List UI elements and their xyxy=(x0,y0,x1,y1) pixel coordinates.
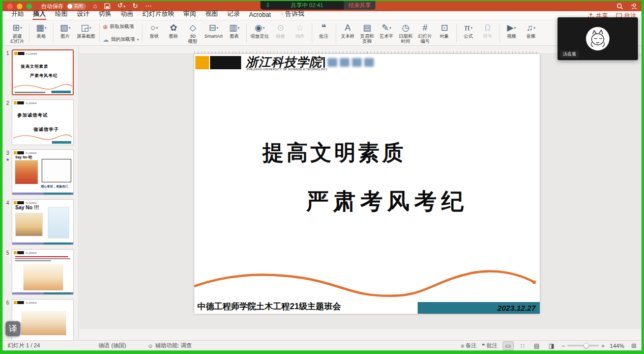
ribbon-button-equation[interactable]: π▾公式 xyxy=(459,22,478,44)
ribbon-button-chart[interactable]: ▥▾图表 xyxy=(225,22,244,44)
symbol-icon: Ω xyxy=(484,23,491,33)
accessibility-status[interactable]: 辅助功能: 调查 xyxy=(155,342,192,349)
zoom-slider[interactable] xyxy=(567,345,599,346)
tab-tellme[interactable]: ♀告诉我 xyxy=(276,10,309,20)
thumbnail-slide-3[interactable]: 3★ 浙江科技学院 Say No 吧 用心考试，考验自己 xyxy=(4,149,75,195)
ribbon-button-smartart[interactable]: ⊟▾SmartArt xyxy=(203,22,224,44)
thumbnail-slide-1[interactable]: 1 浙江科技学院 提高文明素质 严肃考风考纪 xyxy=(4,49,75,95)
ribbon-button-header-footer[interactable]: ▤页眉和 页脚 xyxy=(358,22,376,44)
get-addins-button[interactable]: ⊕获取加载项 xyxy=(103,22,139,32)
ribbon-button-slide-number[interactable]: #幻灯片 编号 xyxy=(416,22,434,44)
tab-label: 插入 xyxy=(33,10,46,17)
zoom-in-button[interactable]: + xyxy=(601,343,604,349)
slide-sorter-view-button[interactable]: ∷ xyxy=(519,342,527,350)
undo-caret-icon[interactable]: ▾ xyxy=(124,5,126,8)
tab-record[interactable]: 记录 xyxy=(223,10,245,20)
share-download-icon[interactable]: ⇩ xyxy=(266,2,270,9)
zoom-level[interactable]: 144% xyxy=(610,343,624,349)
participant-name: 汤嘉晨 xyxy=(560,50,579,58)
minimize-window-button[interactable] xyxy=(17,4,22,9)
slide-number-label: 3★ xyxy=(4,149,12,195)
reading-view-button[interactable]: ▤ xyxy=(532,342,541,350)
ribbon-button-audio[interactable]: ♫▾音频 xyxy=(522,22,540,44)
ribbon-button-label: 幻灯片 编号 xyxy=(418,34,432,44)
ribbon-button-link[interactable]: ⊙链接 xyxy=(272,22,290,44)
thumbnail-card[interactable]: 浙江科技学院 xyxy=(12,249,74,295)
notes-toggle-label: 备注 xyxy=(465,342,477,349)
presenter-icon[interactable] xyxy=(630,3,637,10)
video-participant-overlay[interactable]: 汤嘉晨 xyxy=(558,17,638,60)
slideshow-view-button[interactable]: ◨ xyxy=(547,342,557,350)
tab-slideshow[interactable]: 幻灯片放映 xyxy=(138,10,179,20)
slide-title-line1[interactable]: 提高文明素质 xyxy=(262,139,406,167)
thumbnail-slide-2[interactable]: 2 浙江科技学院 参加诚信考试 做诚信学子 xyxy=(4,99,75,145)
my-addins-button[interactable]: ☁我的加载项▾ xyxy=(103,35,139,45)
ribbon-button-screenshot[interactable]: ◲▾屏幕截图 xyxy=(75,22,97,44)
ribbon-button-shapes[interactable]: ○▾形状 xyxy=(145,22,163,44)
mini-bottom-bar xyxy=(12,193,73,195)
ribbon-button-date-time[interactable]: ◷日期和 时间 xyxy=(397,22,415,44)
thumbnail-card[interactable]: 浙江科技学院 参加诚信考试 做诚信学子 xyxy=(12,99,74,145)
slide-title-line2[interactable]: 严肃考风考纪 xyxy=(306,186,468,216)
ribbon-button-label: 新建 幻灯片 xyxy=(11,34,24,44)
wordart-icon: ✎ xyxy=(382,23,389,33)
slide-number-label: 5 xyxy=(4,249,12,295)
new-slide-icon: ⊞ xyxy=(13,23,20,33)
ribbon-button-symbol[interactable]: Ω符号 xyxy=(479,22,497,44)
normal-view-button[interactable]: ▭ xyxy=(503,341,513,350)
ribbon-button-wordart[interactable]: ✎▾艺术字 xyxy=(377,22,396,44)
accessibility-icon: ☺ xyxy=(148,343,153,349)
ribbon-button-object[interactable]: ⊡对象 xyxy=(435,22,454,44)
tab-home[interactable]: 开始 xyxy=(7,10,28,20)
thumbnail-card[interactable]: 浙江科技学院 Say No 吧 用心考试，考验自己 xyxy=(12,149,74,195)
video-icon: ▶ xyxy=(507,23,514,33)
tab-view[interactable]: 视图 xyxy=(201,10,223,20)
ribbon-button-icons[interactable]: ✿图标 xyxy=(164,22,183,44)
ribbon-group-symbols: π▾公式Ω符号 xyxy=(457,22,500,44)
zoom-window-button[interactable] xyxy=(26,4,32,9)
ribbon-button-label: 缩放定位 xyxy=(251,34,269,39)
dropdown-caret-icon: ▾ xyxy=(217,26,219,30)
tab-review[interactable]: 审阅 xyxy=(179,10,201,20)
ribbon-button-picture[interactable]: ▧▾图片 xyxy=(56,22,74,44)
close-window-button[interactable] xyxy=(7,4,13,9)
thumbnail-card[interactable]: 浙江科技学院 Say No !!! xyxy=(12,199,74,245)
thumbnail-card[interactable]: 浙江科技学院 xyxy=(12,299,74,340)
dropdown-caret-icon: ▾ xyxy=(90,26,92,30)
ribbon-button-new-slide[interactable]: ⊞▾新建 幻灯片 xyxy=(8,22,26,44)
ribbon-button-video[interactable]: ▶▾视频 xyxy=(503,22,521,44)
notes-toggle-button[interactable]: ≡备注 xyxy=(461,342,477,349)
ribbon-button-comment[interactable]: ❝批注 xyxy=(315,22,333,44)
tab-acrobat[interactable]: Acrobat xyxy=(245,11,276,20)
autosave-toggle[interactable]: 关闭 xyxy=(67,3,86,10)
comments-toggle-button[interactable]: ❝批注 xyxy=(482,342,497,349)
ribbon-button-table[interactable]: ▦▾表格 xyxy=(32,22,50,44)
thumbnail-card[interactable]: 浙江科技学院 提高文明素质 严肃考风考纪 xyxy=(12,49,74,95)
fit-to-window-icon[interactable]: ⊞ xyxy=(629,342,638,350)
end-share-button[interactable]: 结束共享 xyxy=(344,1,375,10)
input-method-icon[interactable]: 译 ✎ xyxy=(5,321,21,337)
ribbon-button-zoom[interactable]: ◉▾缩放定位 xyxy=(249,22,271,44)
search-icon[interactable] xyxy=(617,3,623,10)
language-status[interactable]: 德语 (德国) xyxy=(99,342,126,349)
tab-design[interactable]: 设计 xyxy=(72,10,94,20)
slide-canvas[interactable]: 浙江科技学院 ZHEJIANG UNIVERSITY OF SCIENCE & … xyxy=(194,54,540,314)
ribbon-button-label: 图标 xyxy=(169,34,178,39)
save-icon[interactable] xyxy=(104,3,110,9)
tab-transitions[interactable]: 切换 xyxy=(94,10,116,20)
ribbon-button-3d-models[interactable]: ◇3D 模型 xyxy=(184,22,202,44)
ribbon-group-text: A文本框▤页眉和 页脚✎▾艺术字◷日期和 时间#幻灯片 编号⊡对象 xyxy=(336,22,456,44)
tab-animations[interactable]: 动画 xyxy=(116,10,138,20)
tab-draw[interactable]: 绘图 xyxy=(50,10,72,20)
slide-footer-text[interactable]: 中德工程师学院土木工程21级主题班会 xyxy=(197,301,341,312)
date-band[interactable]: 2023.12.27 xyxy=(418,302,540,314)
thumbnail-slide-5[interactable]: 5 浙江科技学院 xyxy=(4,249,75,295)
zoom-out-button[interactable]: − xyxy=(562,343,565,349)
ribbon-button-label: 图片 xyxy=(61,34,70,39)
thumbnail-header: 浙江科技学院 xyxy=(14,251,37,254)
zoom-slider-knob[interactable] xyxy=(583,343,589,348)
thumbnail-slide-4[interactable]: 4 浙江科技学院 Say No !!! xyxy=(4,199,75,245)
tab-insert[interactable]: 插入 xyxy=(28,10,50,20)
ribbon-button-action[interactable]: ☆动作 xyxy=(291,22,309,44)
ribbon-button-text-box[interactable]: A文本框 xyxy=(339,22,357,44)
